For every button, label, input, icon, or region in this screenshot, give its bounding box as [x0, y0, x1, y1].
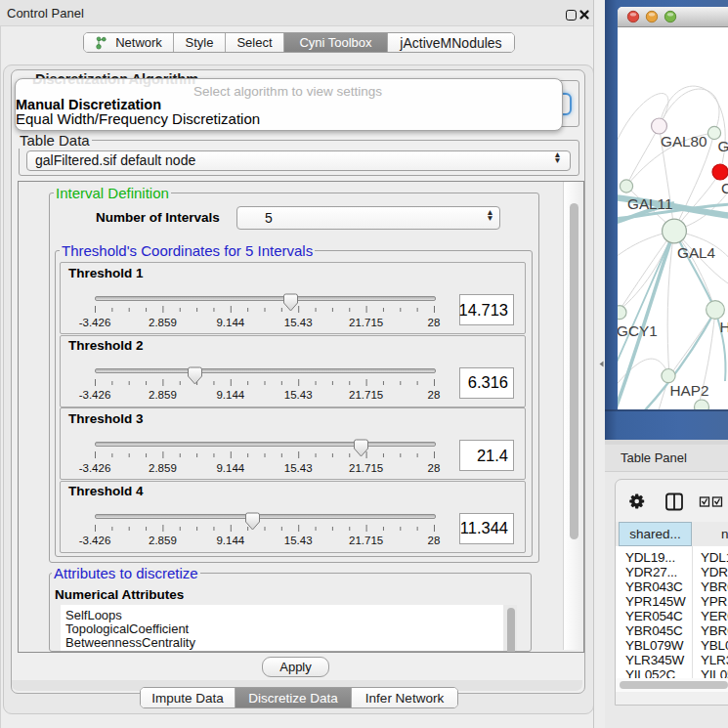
svg-text:C: C [721, 180, 728, 196]
svg-text:HAP2: HAP2 [670, 382, 709, 399]
svg-text:GA: GA [718, 138, 728, 154]
svg-text:GAL80: GAL80 [661, 133, 707, 150]
svg-text:GAL11: GAL11 [627, 195, 673, 212]
svg-text:H: H [720, 319, 728, 335]
svg-text:GCY1: GCY1 [618, 322, 658, 339]
svg-text:GAL4: GAL4 [677, 244, 716, 261]
